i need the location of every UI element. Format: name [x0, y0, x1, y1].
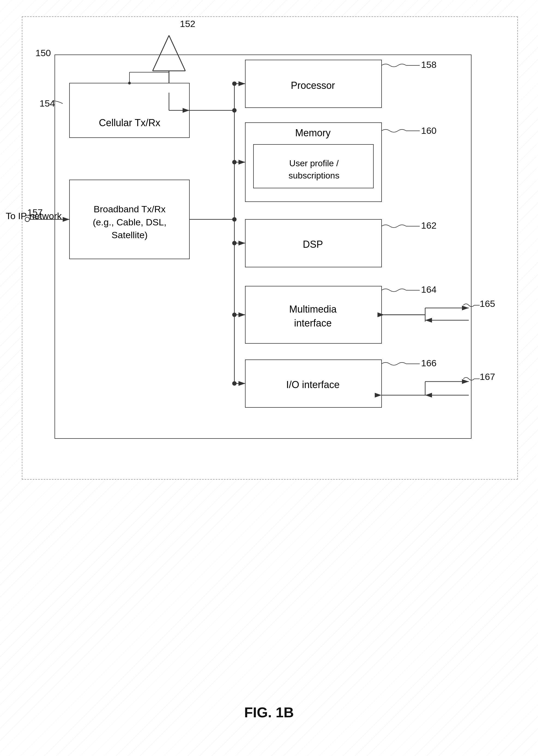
ref-167: 167 [480, 371, 495, 382]
ref-160: 160 [421, 125, 437, 136]
ref-166: 166 [421, 358, 437, 368]
broadband-txrx-label: Broadband Tx/Rx(e.g., Cable, DSL,Satelli… [73, 188, 186, 257]
dsp-label: DSP [249, 224, 377, 265]
processor-label: Processor [249, 65, 377, 106]
to-ip-label: To IP network [6, 210, 62, 222]
cellular-txrx-label: Cellular Tx/Rx [73, 99, 186, 147]
ref-164: 164 [421, 284, 437, 295]
ref-150: 150 [35, 48, 51, 58]
memory-label: Memory [249, 125, 377, 141]
ref-165: 165 [480, 298, 495, 309]
ref-162: 162 [421, 220, 437, 231]
user-profile-label: User profile /subscriptions [257, 149, 371, 190]
ref-152: 152 [180, 19, 195, 29]
figure-caption: FIG. 1B [244, 704, 294, 721]
ref-154: 154 [39, 98, 55, 109]
io-interface-label: I/O interface [249, 365, 377, 405]
diagram-container: 152 150 154 157 158 160 162 164 165 166 … [0, 0, 538, 756]
multimedia-interface-label: Multimediainterface [249, 291, 377, 342]
ref-158: 158 [421, 59, 437, 70]
